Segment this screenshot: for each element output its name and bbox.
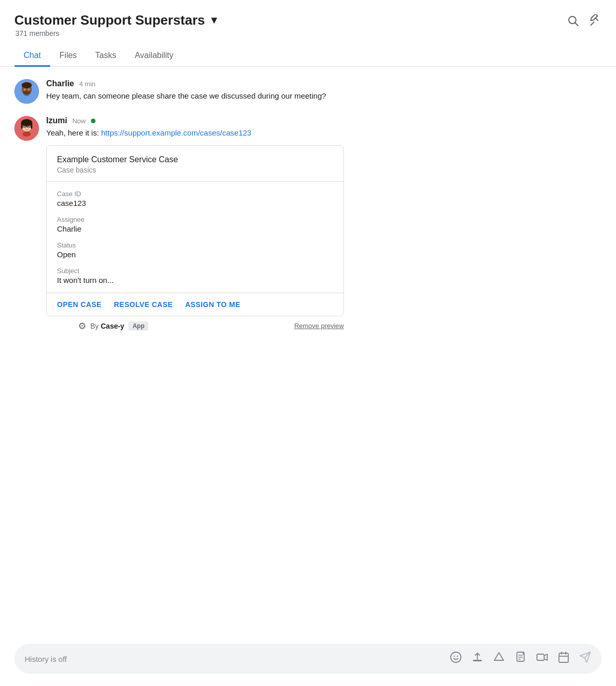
svg-point-21: [28, 126, 29, 127]
subject-value: It won't turn on...: [57, 276, 333, 284]
svg-rect-33: [537, 654, 544, 660]
svg-point-14: [21, 119, 32, 126]
online-indicator: [91, 119, 95, 123]
case-field-status: Status Open: [57, 241, 333, 259]
case-field-id: Case ID case123: [57, 190, 333, 207]
sender-charlie: Charlie: [46, 79, 74, 88]
upload-icon[interactable]: [471, 651, 484, 666]
svg-point-22: [26, 127, 27, 128]
calendar-icon[interactable]: [557, 651, 570, 666]
message-text-charlie: Hey team, can someone please share the c…: [46, 90, 326, 102]
by-line: ⚙ By Case-y App Remove preview: [78, 320, 344, 332]
tab-files[interactable]: Files: [50, 46, 86, 66]
group-name: Customer Support Superstars: [14, 12, 205, 28]
input-toolbar: [450, 651, 591, 666]
svg-point-9: [24, 89, 25, 90]
input-placeholder[interactable]: History is off: [25, 655, 441, 663]
video-icon[interactable]: [536, 651, 548, 666]
app-badge: App: [128, 321, 148, 331]
status-value: Open: [57, 250, 333, 259]
svg-point-26: [454, 656, 455, 657]
message-header-charlie: Charlie 4 min: [46, 79, 326, 88]
case-card-subtitle: Case basics: [57, 166, 333, 174]
svg-line-2: [591, 22, 594, 25]
avatar-izumi: [14, 116, 39, 141]
case-card: Example Customer Service Case Case basic…: [46, 145, 344, 316]
svg-point-11: [26, 90, 28, 91]
emoji-icon[interactable]: [450, 651, 462, 666]
svg-point-10: [28, 89, 29, 90]
drive-icon[interactable]: [493, 651, 505, 666]
svg-line-1: [575, 23, 579, 26]
header-actions: [567, 12, 602, 30]
pin-icon[interactable]: [589, 14, 602, 30]
remove-preview-button[interactable]: Remove preview: [294, 322, 344, 330]
message-content-charlie: Charlie 4 min Hey team, can someone plea…: [46, 79, 326, 104]
assignee-label: Assignee: [57, 216, 333, 223]
case-id-label: Case ID: [57, 190, 333, 198]
open-case-button[interactable]: OPEN CASE: [57, 300, 102, 309]
svg-rect-34: [559, 653, 568, 662]
avatar-charlie: [14, 79, 39, 104]
dropdown-icon[interactable]: ▼: [209, 14, 219, 26]
time-izumi: Now: [72, 117, 86, 125]
case-field-assignee: Assignee Charlie: [57, 216, 333, 233]
casey-logo-icon: ⚙: [78, 320, 86, 332]
by-prefix: By Case-y: [90, 322, 124, 330]
message-header-izumi: Izumi Now: [46, 116, 344, 125]
svg-rect-15: [21, 123, 23, 129]
status-label: Status: [57, 241, 333, 249]
case-card-title: Example Customer Service Case: [57, 155, 333, 164]
header-left: Customer Support Superstars ▼ 371 member…: [14, 12, 219, 37]
header: Customer Support Superstars ▼ 371 member…: [0, 0, 616, 37]
case-card-header: Example Customer Service Case Case basic…: [47, 146, 343, 182]
resolve-case-button[interactable]: RESOLVE CASE: [114, 300, 173, 309]
svg-point-25: [451, 652, 461, 662]
message-content-izumi: Izumi Now Yeah, here it is: https://supp…: [46, 116, 344, 332]
send-icon[interactable]: [579, 651, 591, 666]
svg-point-24: [23, 131, 31, 137]
chat-area: Charlie 4 min Hey team, can someone plea…: [0, 67, 616, 332]
svg-point-27: [457, 656, 458, 657]
tabs-bar: Chat Files Tasks Availability: [0, 46, 616, 67]
svg-point-6: [22, 82, 32, 88]
assignee-value: Charlie: [57, 224, 333, 233]
case-id-value: case123: [57, 199, 333, 207]
sender-izumi: Izumi: [46, 116, 67, 125]
message-charlie: Charlie 4 min Hey team, can someone plea…: [14, 79, 602, 104]
message-text-izumi: Yeah, here it is: https://support.exampl…: [46, 127, 344, 139]
svg-rect-16: [31, 123, 32, 129]
header-title-row: Customer Support Superstars ▼: [14, 12, 219, 28]
tab-chat[interactable]: Chat: [14, 46, 50, 66]
members-count: 371 members: [14, 29, 219, 37]
case-card-body: Case ID case123 Assignee Charlie Status …: [47, 182, 343, 293]
subject-label: Subject: [57, 267, 333, 275]
message-izumi: Izumi Now Yeah, here it is: https://supp…: [14, 116, 602, 332]
case-card-actions: OPEN CASE RESOLVE CASE ASSIGN TO ME: [47, 293, 343, 316]
case-link[interactable]: https://support.example.com/cases/case12…: [101, 128, 252, 137]
time-charlie: 4 min: [79, 80, 95, 88]
app-name: Case-y: [101, 322, 124, 330]
tab-tasks[interactable]: Tasks: [86, 46, 126, 66]
svg-point-20: [24, 126, 25, 127]
doc-icon[interactable]: [514, 651, 527, 666]
assign-to-me-button[interactable]: ASSIGN TO ME: [185, 300, 241, 309]
message-text-prefix: Yeah, here it is:: [46, 128, 101, 137]
case-field-subject: Subject It won't turn on...: [57, 267, 333, 284]
svg-rect-28: [473, 660, 482, 661]
search-icon[interactable]: [567, 14, 579, 30]
tab-availability[interactable]: Availability: [125, 46, 182, 66]
message-input-bar: History is off: [14, 644, 602, 674]
